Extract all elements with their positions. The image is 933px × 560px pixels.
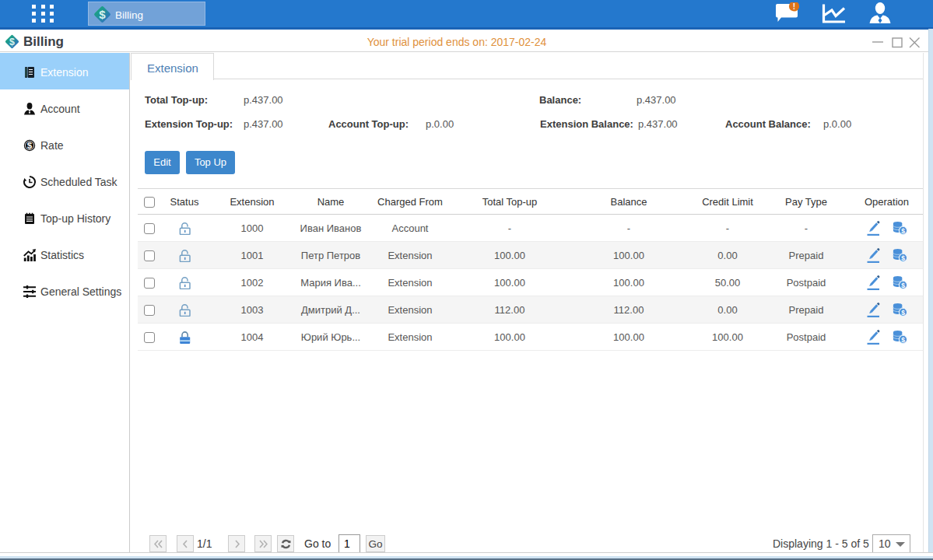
svg-text:$: $ <box>99 8 106 21</box>
svg-text:!: ! <box>793 2 795 11</box>
svg-text:$: $ <box>27 141 33 150</box>
